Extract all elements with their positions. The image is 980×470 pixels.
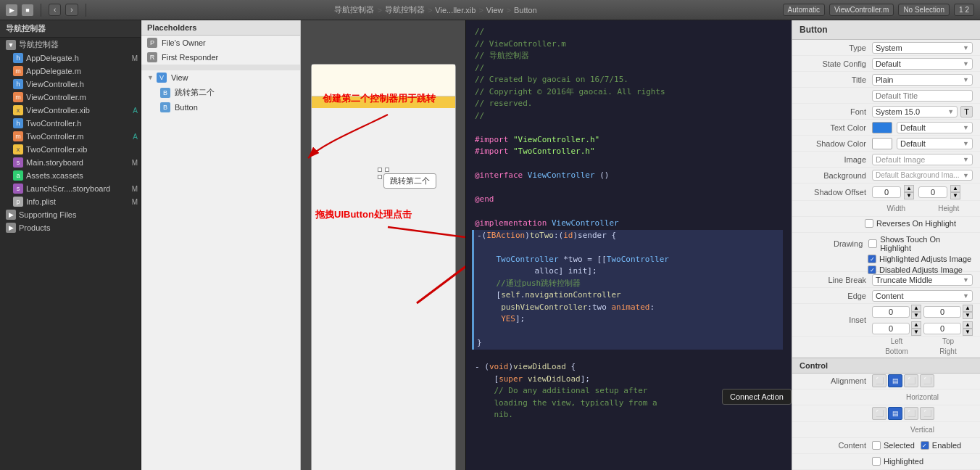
- connect-action-tooltip[interactable]: Connect Action: [722, 389, 792, 405]
- sidebar-item-appdelegate-h[interactable]: h AppDelegate.h M: [0, 51, 141, 65]
- canvas-button[interactable]: 跳转第二个: [383, 173, 436, 189]
- bg-select[interactable]: Default Background Ima... ▼: [872, 170, 973, 181]
- text-format-btn[interactable]: T: [960, 106, 973, 118]
- breadcrumb-item-3[interactable]: Vie...ller.xib: [435, 6, 476, 15]
- inset-left-up[interactable]: ▲: [911, 305, 921, 312]
- back-button[interactable]: ‹: [49, 4, 61, 16]
- line-break-select[interactable]: Truncate Middle ▼: [872, 274, 973, 286]
- height-stepper[interactable]: 0: [918, 186, 947, 198]
- placeholder-icon: P: [147, 38, 157, 48]
- shows-touch-row[interactable]: Shows Touch On Highlight: [868, 235, 973, 252]
- sidebar-item-appdelegate-m[interactable]: m AppDelegate.m: [0, 65, 141, 78]
- shadow-color-swatch[interactable]: [872, 138, 892, 149]
- sidebar-item-viewcontroller-h[interactable]: h ViewController.h: [0, 78, 141, 91]
- prop-value-edge[interactable]: Content ▼: [872, 290, 973, 302]
- highlighted-state-row[interactable]: Highlighted: [872, 457, 923, 466]
- prop-value-text-color[interactable]: Default ▼: [872, 122, 973, 133]
- sidebar-item-products[interactable]: ▶ Products: [0, 221, 141, 234]
- breadcrumb-item-1[interactable]: 导航控制器: [334, 4, 374, 15]
- inset-top[interactable]: [923, 306, 961, 318]
- title-select[interactable]: Plain ▼: [872, 74, 973, 86]
- align-center-v-btn[interactable]: ▤: [888, 407, 902, 420]
- run-button[interactable]: ▶: [6, 4, 17, 16]
- prop-value-font[interactable]: System 15.0 ▼ T: [872, 106, 973, 118]
- prop-value-title[interactable]: Plain ▼: [872, 74, 973, 86]
- prop-value-shadow-color[interactable]: Default ▼: [872, 138, 973, 149]
- stop-button[interactable]: ■: [22, 4, 33, 16]
- shows-touch-checkbox[interactable]: [868, 239, 877, 248]
- inset-bottom-down[interactable]: ▼: [911, 329, 921, 336]
- shadow-color-select[interactable]: Default ▼: [897, 138, 973, 149]
- enabled-cb[interactable]: ✓: [921, 441, 929, 450]
- default-title-input[interactable]: [872, 90, 973, 102]
- sidebar-item-info-plist[interactable]: p Info.plist M: [0, 195, 141, 208]
- breadcrumb-item-5[interactable]: Button: [514, 6, 537, 15]
- selected-row[interactable]: Selected: [872, 441, 915, 450]
- width-stepper-down[interactable]: ▼: [904, 192, 914, 199]
- breadcrumb-item-2[interactable]: 导航控制器: [385, 4, 425, 15]
- inset-right-up[interactable]: ▲: [963, 321, 973, 329]
- selected-cb[interactable]: [872, 441, 881, 450]
- ib-tree-btn1[interactable]: B 跳转第二个: [141, 85, 300, 100]
- state-select[interactable]: Default ▼: [872, 58, 973, 70]
- selection-display[interactable]: No Selection: [898, 4, 950, 16]
- sidebar-item-main-storyboard[interactable]: s Main.storyboard M: [0, 156, 141, 169]
- image-select[interactable]: Default Image ▼: [872, 154, 973, 165]
- align-left-btn[interactable]: ⬜: [872, 374, 886, 387]
- enabled-row[interactable]: ✓ Enabled: [921, 441, 961, 450]
- height-stepper-down[interactable]: ▼: [950, 192, 960, 199]
- align-bottom-btn[interactable]: ⬜: [904, 407, 918, 420]
- font-select[interactable]: System 15.0 ▼: [872, 106, 958, 118]
- prop-value-state[interactable]: Default ▼: [872, 58, 973, 70]
- edge-select[interactable]: Content ▼: [872, 290, 973, 302]
- ib-canvas[interactable]: 跳转第二个 创建第二个控制器用于跳转: [301, 20, 465, 470]
- scheme-selector[interactable]: Automatic: [783, 4, 825, 16]
- text-color-swatch[interactable]: [872, 122, 892, 133]
- inset-right-down[interactable]: ▼: [963, 329, 973, 336]
- text-color-select[interactable]: Default ▼: [897, 122, 973, 133]
- sidebar-item-viewcontroller-m[interactable]: m ViewController.m: [0, 91, 141, 104]
- prop-value-image[interactable]: Default Image ▼: [872, 154, 973, 165]
- prop-value-type[interactable]: System ▼: [872, 42, 973, 54]
- align-fill-btn[interactable]: ⬜: [920, 407, 934, 420]
- align-right-btn[interactable]: ⬜: [904, 374, 918, 387]
- ib-tree-first-responder[interactable]: R First Responder: [141, 50, 300, 65]
- inset-top-down[interactable]: ▼: [963, 312, 973, 319]
- highlighted-state-cb[interactable]: [872, 457, 881, 466]
- align-justify-btn[interactable]: ⬜: [920, 374, 934, 387]
- prop-value-default-title[interactable]: [872, 90, 973, 102]
- prop-value-line-break[interactable]: Truncate Middle ▼: [872, 274, 973, 286]
- forward-button[interactable]: ›: [65, 4, 78, 16]
- inset-right[interactable]: [923, 323, 961, 334]
- counter-btn[interactable]: 1 2: [954, 4, 974, 16]
- inset-top-up[interactable]: ▲: [963, 305, 973, 312]
- inset-bottom-up[interactable]: ▲: [911, 321, 921, 329]
- ib-tree-files-owner[interactable]: P File's Owner: [141, 36, 300, 50]
- sidebar-item-launch-storyboard[interactable]: s LaunchScr....storyboard M: [0, 182, 141, 195]
- reverses-checkbox-row[interactable]: Reverses On Highlight: [865, 219, 956, 228]
- sidebar-item-root[interactable]: ▼ 导航控制器: [0, 38, 141, 51]
- reverses-checkbox[interactable]: [865, 219, 873, 228]
- inset-left[interactable]: [872, 306, 910, 318]
- sidebar-item-twocontroller-h[interactable]: h TwoController.h: [0, 117, 141, 130]
- sidebar-item-assets[interactable]: a Assets.xcassets: [0, 169, 141, 182]
- highlighted-checkbox[interactable]: ✓: [868, 255, 876, 263]
- highlighted-checkbox-row[interactable]: ✓ Highlighted Adjusts Image: [868, 255, 971, 263]
- sidebar-item-twocontroller-m[interactable]: m TwoController.m A: [0, 130, 141, 143]
- sidebar-item-twocontroller-xib[interactable]: x TwoController.xib: [0, 143, 141, 156]
- type-select[interactable]: System ▼: [872, 42, 973, 54]
- inset-bottom[interactable]: [872, 323, 910, 334]
- sidebar-item-supporting-files[interactable]: ▶ Supporting Files: [0, 208, 141, 221]
- align-top-btn[interactable]: ⬜: [872, 407, 886, 420]
- breadcrumb-item-4[interactable]: View: [486, 6, 504, 15]
- width-stepper-up[interactable]: ▲: [904, 185, 914, 192]
- target-selector[interactable]: ViewController.m: [829, 4, 894, 16]
- ib-tree-view[interactable]: ▼ V View: [141, 70, 300, 85]
- height-stepper-up[interactable]: ▲: [950, 185, 960, 192]
- ib-tree-btn2[interactable]: B Button: [141, 100, 300, 115]
- width-stepper[interactable]: 0: [872, 186, 901, 198]
- inset-left-down[interactable]: ▼: [911, 312, 921, 319]
- prop-value-bg[interactable]: Default Background Ima... ▼: [872, 170, 973, 181]
- align-center-h-btn[interactable]: ▤: [888, 374, 902, 387]
- sidebar-item-viewcontroller-xib[interactable]: x ViewController.xib A: [0, 104, 141, 117]
